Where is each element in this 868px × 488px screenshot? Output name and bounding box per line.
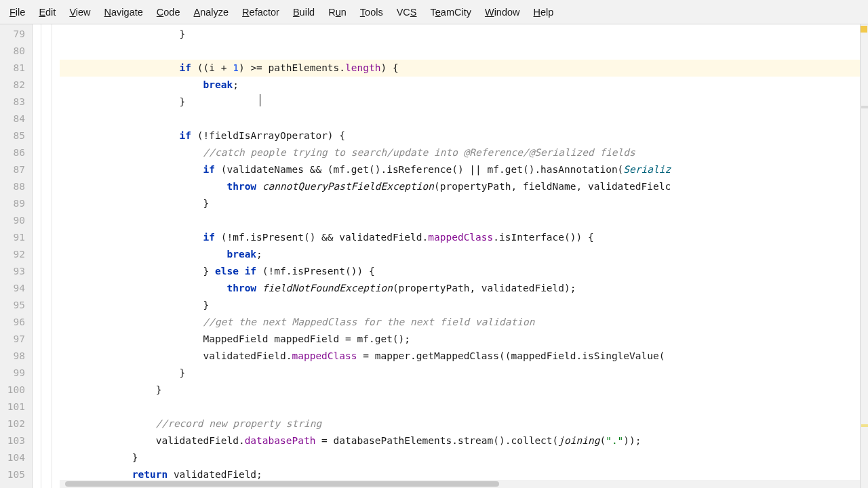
code-line[interactable]: } (60, 449, 860, 466)
line-number[interactable]: 89 (0, 195, 25, 212)
menu-edit[interactable]: Edit (32, 3, 62, 22)
line-number-gutter[interactable]: 7980818283848586878889909192939495969798… (0, 24, 33, 488)
line-number[interactable]: 99 (0, 365, 25, 382)
horizontal-scrollbar[interactable] (60, 480, 860, 488)
line-number[interactable]: 96 (0, 314, 25, 331)
menu-build[interactable]: Build (286, 3, 321, 22)
line-number[interactable]: 80 (0, 43, 25, 60)
code-line[interactable]: MappedField mappedField = mf.get(); (60, 331, 860, 348)
line-number[interactable]: 79 (0, 26, 25, 43)
menu-run[interactable]: Run (321, 3, 353, 22)
code-line[interactable]: break; (60, 246, 860, 263)
menu-window[interactable]: Window (478, 3, 527, 22)
code-line[interactable]: } else if (!mf.isPresent()) { (60, 263, 860, 280)
line-number[interactable]: 101 (0, 399, 25, 415)
warning-indicator[interactable] (861, 26, 867, 33)
line-number[interactable]: 81 (0, 60, 25, 77)
stripe-mark[interactable] (861, 424, 868, 427)
line-number[interactable]: 90 (0, 212, 25, 229)
line-number[interactable]: 104 (0, 449, 25, 466)
line-number[interactable]: 98 (0, 348, 25, 365)
line-number[interactable]: 92 (0, 246, 25, 263)
line-number[interactable]: 84 (0, 110, 25, 127)
code-line[interactable]: validatedField.mappedClass = mapper.getM… (60, 348, 860, 365)
menu-analyze[interactable]: Analyze (187, 3, 236, 22)
code-line[interactable]: //record new property string (60, 415, 860, 432)
code-line[interactable]: } (60, 94, 860, 110)
menu-vcs[interactable]: VCS (390, 3, 424, 22)
menu-file[interactable]: File (3, 3, 32, 22)
menu-navigate[interactable]: Navigate (98, 3, 150, 22)
line-number[interactable]: 87 (0, 161, 25, 178)
line-number[interactable]: 105 (0, 466, 25, 483)
scrollbar-thumb[interactable] (65, 481, 499, 487)
menu-tools[interactable]: Tools (353, 3, 390, 22)
menu-view[interactable]: View (62, 3, 97, 22)
fold-strip[interactable] (33, 24, 60, 488)
line-number[interactable]: 97 (0, 331, 25, 348)
code-line[interactable]: throw cannotQueryPastFieldException(prop… (60, 178, 860, 195)
code-line[interactable]: if ((i + 1) >= pathElements.length) { (60, 60, 860, 77)
menu-code[interactable]: Code (150, 3, 187, 22)
code-area[interactable]: } if ((i + 1) >= pathElements.length) { … (60, 24, 860, 488)
code-line[interactable]: throw fieldNotFoundException(propertyPat… (60, 280, 860, 297)
line-number[interactable]: 95 (0, 297, 25, 314)
code-line[interactable]: } (60, 195, 860, 212)
line-number[interactable]: 88 (0, 178, 25, 195)
code-line[interactable]: break; (60, 77, 860, 94)
line-number[interactable]: 83 (0, 94, 25, 110)
stripe-mark[interactable] (861, 106, 868, 108)
line-number[interactable]: 91 (0, 229, 25, 246)
code-line[interactable]: } (60, 26, 860, 43)
menu-teamcity[interactable]: TeamCity (424, 3, 478, 22)
code-line[interactable] (60, 43, 860, 60)
main-menu-bar: FileEditViewNavigateCodeAnalyzeRefactorB… (0, 0, 868, 24)
line-number[interactable]: 103 (0, 432, 25, 449)
line-number[interactable]: 102 (0, 415, 25, 432)
line-number[interactable]: 100 (0, 382, 25, 399)
menu-help[interactable]: Help (527, 3, 561, 22)
code-line[interactable] (60, 110, 860, 127)
code-line[interactable]: if (!mf.isPresent() && validatedField.ma… (60, 229, 860, 246)
code-line[interactable]: if (validateNames && (mf.get().isReferen… (60, 161, 860, 178)
line-number[interactable]: 82 (0, 77, 25, 94)
code-line[interactable]: } (60, 365, 860, 382)
code-line[interactable]: //catch people trying to search/update i… (60, 144, 860, 161)
code-line[interactable]: } (60, 297, 860, 314)
code-line[interactable]: if (!fieldIsArrayOperator) { (60, 127, 860, 144)
code-line[interactable]: } (60, 382, 860, 399)
editor: 7980818283848586878889909192939495969798… (0, 24, 868, 488)
code-line[interactable] (60, 212, 860, 229)
line-number[interactable]: 86 (0, 144, 25, 161)
menu-refactor[interactable]: Refactor (235, 3, 286, 22)
error-stripe[interactable] (860, 24, 868, 488)
line-number[interactable]: 94 (0, 280, 25, 297)
code-line[interactable]: validatedField.databasePath = databasePa… (60, 432, 860, 449)
code-line[interactable]: //get the next MappedClass for the next … (60, 314, 860, 331)
line-number[interactable]: 93 (0, 263, 25, 280)
line-number[interactable]: 85 (0, 127, 25, 144)
code-line[interactable] (60, 399, 860, 415)
